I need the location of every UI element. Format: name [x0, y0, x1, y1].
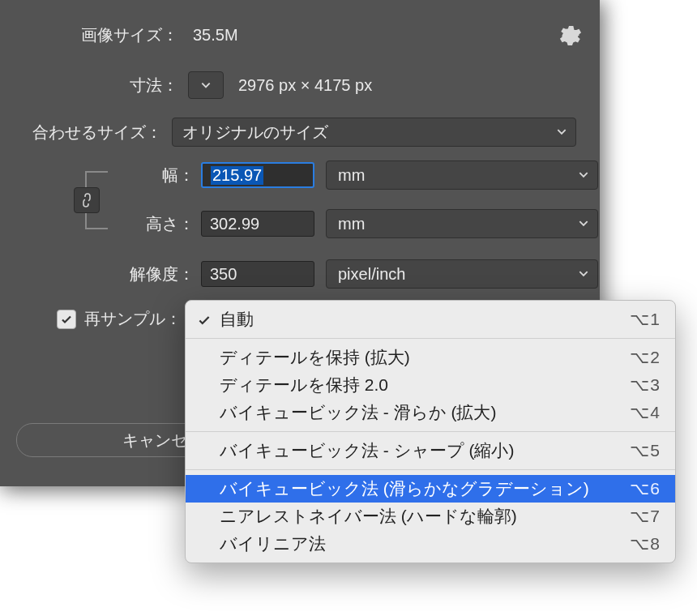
check-icon [197, 312, 212, 327]
resolution-input-value: 350 [210, 265, 237, 284]
height-unit-select[interactable]: mm [326, 209, 598, 238]
menu-item-shortcut: ⌥2 [630, 348, 661, 367]
menu-item-label: バイキュービック法 (滑らかなグラデーション) [220, 477, 589, 500]
height-input[interactable]: 302.99 [201, 211, 314, 237]
row-image-size: 画像サイズ： 35.5M [0, 24, 600, 46]
chevron-down-icon [556, 123, 567, 142]
resolution-input[interactable]: 350 [201, 261, 314, 287]
menu-item-label: バイキュービック法 - シャープ (縮小) [220, 439, 514, 462]
row-resolution: 解像度： 350 pixel/inch [0, 259, 600, 289]
menu-item-label: バイキュービック法 - 滑らか (拡大) [220, 401, 496, 424]
menu-item[interactable]: バイキュービック法 - 滑らか (拡大)⌥4 [186, 399, 675, 426]
height-unit-value: mm [338, 215, 365, 233]
row-width: 幅： 215.97 mm [0, 160, 600, 190]
width-unit-value: mm [338, 166, 365, 185]
row-height: 高さ： 302.99 mm [0, 209, 600, 238]
value-image-size: 35.5M [193, 26, 238, 45]
menu-item-label: 自動 [220, 308, 254, 331]
width-input-value: 215.97 [211, 166, 263, 185]
value-dimensions: 2976 px × 4175 px [238, 76, 372, 95]
width-input[interactable]: 215.97 [201, 162, 314, 188]
menu-item-shortcut: ⌥5 [630, 441, 661, 460]
menu-separator [186, 338, 675, 339]
resample-method-menu[interactable]: 自動⌥1ディテールを保持 (拡大)⌥2ディテールを保持 2.0⌥3バイキュービッ… [185, 300, 676, 563]
check-icon [60, 313, 73, 326]
fit-to-value: オリジナルのサイズ [182, 122, 328, 143]
row-dimensions: 寸法： 2976 px × 4175 px [0, 71, 600, 99]
fit-to-select[interactable]: オリジナルのサイズ [172, 118, 576, 147]
label-image-size: 画像サイズ： [0, 24, 178, 46]
label-dimensions: 寸法： [0, 75, 178, 96]
menu-item-shortcut: ⌥3 [630, 375, 661, 395]
menu-item-shortcut: ⌥6 [630, 479, 661, 498]
menu-separator [186, 469, 675, 470]
menu-item-label: ディテールを保持 2.0 [220, 374, 388, 396]
chevron-down-icon [578, 166, 589, 185]
width-unit-select[interactable]: mm [326, 160, 598, 190]
menu-item[interactable]: バイリニア法⌥8 [186, 530, 675, 558]
menu-item[interactable]: 自動⌥1 [186, 306, 675, 333]
chevron-down-icon [578, 265, 589, 284]
cancel-button-label: キャンセ [122, 430, 187, 451]
label-width: 幅： [0, 165, 195, 186]
row-fit-to: 合わせるサイズ： オリジナルのサイズ [0, 118, 600, 147]
menu-item[interactable]: ディテールを保持 (拡大)⌥2 [186, 344, 675, 371]
menu-item-shortcut: ⌥1 [630, 310, 661, 329]
resolution-unit-select[interactable]: pixel/inch [326, 259, 598, 289]
dimensions-dropdown-button[interactable] [188, 71, 224, 99]
menu-item[interactable]: ニアレストネイバー法 (ハードな輪郭)⌥7 [186, 503, 675, 530]
menu-item[interactable]: ディテールを保持 2.0⌥3 [186, 371, 675, 399]
label-resolution: 解像度： [0, 263, 195, 285]
height-input-value: 302.99 [210, 215, 259, 233]
menu-item-label: バイリニア法 [220, 533, 326, 555]
resample-checkbox[interactable] [57, 310, 76, 329]
menu-item-shortcut: ⌥7 [630, 507, 661, 526]
label-height: 高さ： [0, 213, 195, 235]
menu-item[interactable]: バイキュービック法 - シャープ (縮小)⌥5 [186, 437, 675, 464]
resolution-unit-value: pixel/inch [338, 265, 405, 284]
menu-item-label: ディテールを保持 (拡大) [220, 346, 410, 369]
link-icon [80, 192, 93, 208]
label-resample: 再サンプル： [84, 308, 182, 330]
menu-item[interactable]: バイキュービック法 (滑らかなグラデーション)⌥6 [186, 475, 675, 503]
menu-item-shortcut: ⌥4 [630, 403, 661, 422]
menu-item-label: ニアレストネイバー法 (ハードな輪郭) [220, 505, 517, 528]
label-fit-to: 合わせるサイズ： [0, 122, 162, 143]
menu-separator [186, 431, 675, 432]
chevron-down-icon [578, 215, 589, 233]
menu-item-shortcut: ⌥8 [630, 534, 661, 554]
chevron-down-icon [200, 76, 212, 95]
